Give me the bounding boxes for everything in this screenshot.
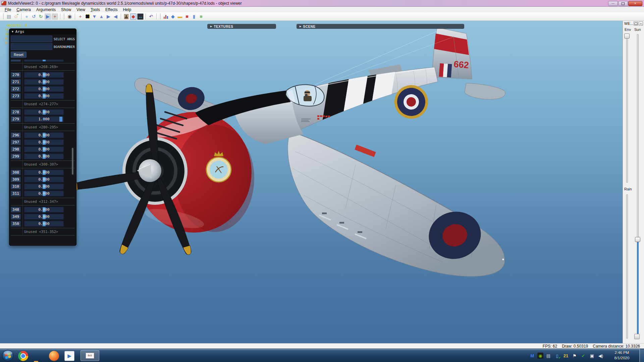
arg-number[interactable]: 310 (11, 184, 21, 189)
arg-number[interactable]: 296 (11, 132, 21, 138)
panel-corner-button[interactable] (634, 334, 640, 339)
arg-value-field[interactable]: 0.000 (24, 177, 64, 182)
close-button[interactable]: × (628, 1, 642, 6)
arg-value-field[interactable]: 0.000 (24, 72, 64, 78)
figure-icon[interactable]: ▲ (98, 13, 105, 20)
volume-icon[interactable]: ◀) (597, 352, 604, 359)
arg-number[interactable]: 279 (11, 116, 21, 122)
menu-file[interactable]: File (2, 7, 14, 12)
printer-icon[interactable]: ▤ (545, 352, 552, 359)
tray-count[interactable]: 21 (562, 352, 570, 359)
box-red-icon[interactable]: ■ (184, 13, 190, 20)
env-slider-handle[interactable] (624, 34, 630, 39)
add-object-icon[interactable]: ☺+ (13, 13, 19, 20)
sphere-icon[interactable]: ● (23, 13, 30, 20)
arg-number[interactable] (11, 60, 21, 62)
usb-icon[interactable]: ▯✔ (553, 352, 561, 359)
float-panel-button[interactable] (634, 21, 638, 25)
action-flag-icon[interactable]: ⚑ (571, 352, 578, 359)
textures-panel-header[interactable]: ▶ TEXTURES (207, 24, 276, 29)
texture-grid-icon[interactable] (84, 13, 91, 20)
refresh-icon[interactable]: ↻ (38, 13, 44, 20)
minimize-button[interactable]: — (608, 1, 618, 6)
arg-slider-handle[interactable] (43, 60, 46, 61)
malwarebytes-icon[interactable]: M (529, 352, 536, 359)
arg-number[interactable]: 272 (11, 86, 21, 92)
viewport-play-icon[interactable]: ▶ (45, 13, 51, 20)
arg-value-field[interactable]: 0.000 (24, 191, 64, 196)
rotate-view-icon[interactable]: ↺ (31, 13, 37, 20)
toolbar-grip[interactable] (160, 13, 161, 19)
select-args-input[interactable] (11, 36, 52, 42)
arg-value-field[interactable]: 0.000 (24, 86, 64, 92)
crosshair-icon[interactable]: + (77, 13, 84, 20)
arg-value-field[interactable]: 0.000 (24, 214, 64, 220)
axis-figure-icon[interactable]: + (52, 13, 58, 20)
arg-number[interactable]: 278 (11, 109, 21, 115)
browser-orb-icon[interactable] (49, 351, 59, 361)
arg-value-field[interactable]: 0.000 (24, 184, 64, 189)
menu-show[interactable]: Show (58, 7, 74, 12)
arg-value-field[interactable]: 0.000 (24, 139, 64, 145)
maximize-button[interactable] (618, 1, 628, 6)
menu-tools[interactable]: Tools (88, 7, 103, 12)
arg-number[interactable]: 308 (11, 170, 21, 175)
folder-icon[interactable]: ▬ (177, 13, 183, 20)
measure-icon[interactable]: ↔ (137, 13, 144, 20)
taskbar-clock[interactable]: 2:46 PM 8/1/2020 (607, 350, 637, 361)
arg-value-field[interactable]: 0.000 (24, 109, 64, 115)
arg-value-field[interactable]: 0.000 (24, 170, 64, 175)
update-icon[interactable]: ✔ (580, 352, 587, 359)
start-button[interactable] (2, 350, 13, 361)
portrait-icon[interactable] (123, 13, 129, 20)
camera-icon[interactable]: ◉ (66, 13, 73, 20)
arg-value-field[interactable]: 0.000 (24, 146, 64, 152)
arg-number[interactable]: 299 (11, 154, 21, 159)
menu-view[interactable]: View (74, 7, 88, 12)
menu-help[interactable]: Help (120, 7, 134, 12)
shapes-icon[interactable]: ◆ (130, 13, 137, 20)
arg-number[interactable]: 271 (11, 79, 21, 85)
env-slider-track[interactable] (626, 34, 628, 183)
arg-value-field[interactable]: 0.000 (24, 79, 64, 85)
viewport-3d[interactable]: 662 (0, 21, 623, 343)
menu-camera[interactable]: Camera (14, 7, 34, 12)
nvidia-icon[interactable]: ◉ (537, 353, 543, 359)
network-icon[interactable]: ▣ (588, 352, 596, 359)
scene-panel-header[interactable]: ▶ SCENE (297, 24, 464, 29)
arg-value-field[interactable]: 0.000 (24, 207, 64, 213)
play-node-icon[interactable]: ▶ (105, 13, 112, 20)
drop-icon[interactable]: ◆ (170, 13, 176, 20)
arg-value-field[interactable]: 1.000 (24, 116, 64, 122)
arg-number[interactable]: 349 (11, 214, 21, 220)
arg-number[interactable]: 348 (11, 207, 21, 213)
arg-value-field[interactable]: 0.000 (24, 154, 64, 159)
close-panel-button[interactable]: × (639, 21, 643, 25)
cone-down-icon[interactable]: ▼ (91, 13, 98, 20)
toolbar-grip[interactable] (3, 13, 4, 19)
toolbar-grip[interactable] (63, 13, 65, 19)
reset-button[interactable]: Reset (11, 52, 26, 58)
args-scrollbar-thumb[interactable] (72, 148, 73, 175)
stats-bars-icon[interactable] (163, 13, 169, 20)
arg-number[interactable]: 311 (11, 191, 21, 196)
menu-arguments[interactable]: Arguments (34, 7, 58, 12)
arg-number[interactable]: 350 (11, 221, 21, 227)
open-model-icon[interactable]: ▤ (6, 13, 12, 20)
arg-value-field[interactable]: 0.000 (24, 132, 64, 138)
arg-value-field[interactable]: 0.000 (24, 93, 64, 99)
arg-number[interactable]: 309 (11, 177, 21, 182)
media-app-icon[interactable]: ▶ (64, 351, 74, 361)
box-green-icon[interactable]: ■ (198, 13, 204, 20)
menu-effects[interactable]: Effects (103, 7, 120, 12)
boardnumber-input[interactable] (11, 43, 52, 50)
chrome-icon[interactable] (18, 351, 28, 361)
cylinder-icon[interactable]: ▮ (191, 13, 197, 20)
modelviewer-taskbar-button[interactable]: 0x5 (80, 350, 99, 361)
args-panel-header[interactable]: ▼ Args (9, 29, 76, 35)
sun-slider-handle[interactable] (635, 237, 640, 242)
arg-value-field[interactable] (24, 60, 64, 62)
undo-icon[interactable]: ↶ (148, 13, 154, 20)
arg-number[interactable]: 273 (11, 93, 21, 99)
rain-slider-track[interactable] (626, 194, 628, 339)
